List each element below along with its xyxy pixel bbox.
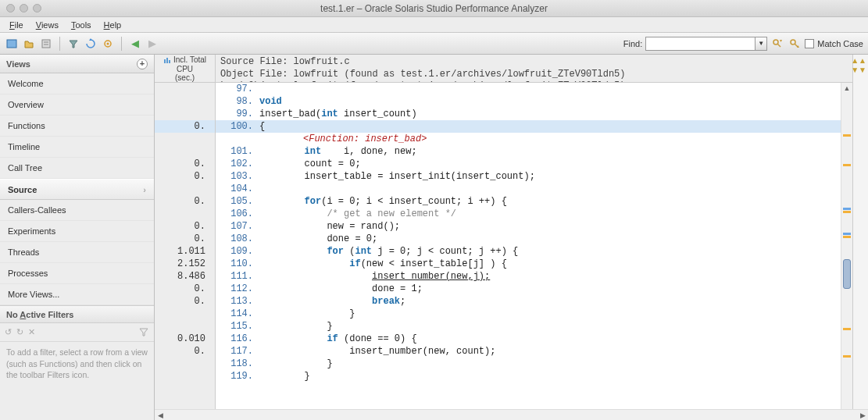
source-line[interactable]: 102. count = 0; xyxy=(216,158,852,170)
line-number: 105. xyxy=(216,195,256,208)
source-code xyxy=(256,183,852,195)
minimize-window-button[interactable] xyxy=(20,4,28,12)
sidebar-item-experiments[interactable]: Experiments xyxy=(0,221,154,242)
filter-icon[interactable] xyxy=(66,37,80,51)
sidebar-item-label: Processes xyxy=(8,269,48,278)
line-number: 117. xyxy=(216,345,256,358)
source-line[interactable]: 108. done = 0; xyxy=(216,233,852,245)
source-line[interactable]: 101. int i, done, new; xyxy=(216,145,852,158)
source-code: if(new < insert_table[j] ) { xyxy=(256,258,852,270)
menu-tools[interactable]: Tools xyxy=(65,19,98,31)
source-line[interactable]: 100.{ xyxy=(216,120,852,133)
funnel-icon[interactable] xyxy=(138,326,149,339)
refresh-icon[interactable] xyxy=(84,37,98,51)
source-line[interactable]: 97. xyxy=(216,83,852,95)
menu-file[interactable]: File xyxy=(3,19,30,31)
line-number: 100. xyxy=(216,120,256,133)
match-case-checkbox[interactable] xyxy=(805,39,814,48)
svg-line-9 xyxy=(795,44,798,47)
sidebar-item-welcome[interactable]: Welcome xyxy=(0,73,154,94)
source-line[interactable]: 98.void xyxy=(216,95,852,108)
metric-cell xyxy=(155,145,215,158)
horizontal-scrollbar[interactable]: ◀ ▶ xyxy=(155,409,868,420)
sidebar-item-label: Threads xyxy=(8,247,39,257)
toolbar-icon-1[interactable] xyxy=(5,37,19,51)
source-line[interactable]: 119. } xyxy=(216,370,852,383)
source-code: int i, done, new; xyxy=(256,145,852,158)
line-number: 115. xyxy=(216,320,256,333)
svg-rect-12 xyxy=(169,60,170,63)
metric-cell xyxy=(155,183,215,195)
metric-cell xyxy=(155,108,215,120)
source-line[interactable]: 113. break; xyxy=(216,295,852,308)
find-dropdown-button[interactable]: ▼ xyxy=(755,37,767,51)
source-line[interactable]: 107. new = rand(); xyxy=(216,220,852,233)
source-line[interactable]: 118. } xyxy=(216,358,852,370)
line-number: 98. xyxy=(216,95,256,108)
sidebar-item-label: Timeline xyxy=(8,142,40,151)
metric-cell: 2.152 xyxy=(155,258,215,270)
sidebar-item-callers-callees[interactable]: Callers-Callees xyxy=(0,200,154,221)
vertical-scrollbar[interactable]: ▲ ▼ xyxy=(841,83,852,420)
sidebar-item-source[interactable]: Source› xyxy=(0,179,154,200)
metric-cell: 0. xyxy=(155,120,215,133)
sidebar-item-label: More Views... xyxy=(8,290,59,299)
redo-icon[interactable]: ↻ xyxy=(16,327,23,337)
delete-filter-icon[interactable]: ✕ xyxy=(28,327,35,337)
source-line[interactable]: 103. insert_table = insert_init(insert_c… xyxy=(216,170,852,183)
nav-down-icon[interactable]: ▼▼ xyxy=(851,66,866,74)
source-line[interactable]: 99.insert_bad(int insert_count) xyxy=(216,108,852,120)
sidebar-item-label: Call Tree xyxy=(8,163,42,173)
svg-rect-0 xyxy=(7,40,16,48)
sidebar-item-functions[interactable]: Functions xyxy=(0,116,154,137)
source-line[interactable]: 112. done = 1; xyxy=(216,283,852,295)
line-number: 101. xyxy=(216,145,256,158)
sidebar-item-processes[interactable]: Processes xyxy=(0,263,154,284)
filters-help-text: To add a filter, select a row from a vie… xyxy=(0,342,154,386)
source-line[interactable]: 109. for (int j = 0; j < count; j ++) { xyxy=(216,245,852,258)
find-label: Find: xyxy=(623,39,642,48)
add-view-button[interactable]: + xyxy=(137,59,148,69)
menu-views[interactable]: Views xyxy=(30,19,65,31)
sidebar-item-overview[interactable]: Overview xyxy=(0,94,154,116)
sidebar-item-more-views-[interactable]: More Views... xyxy=(0,284,154,305)
gear-icon[interactable] xyxy=(101,37,115,51)
line-number: 102. xyxy=(216,158,256,170)
metric-cell xyxy=(155,308,215,320)
source-line[interactable]: 114. } xyxy=(216,308,852,320)
toolbar-icon-2[interactable] xyxy=(22,37,36,51)
source-line[interactable]: <Function: insert_bad> xyxy=(216,133,852,145)
toolbar-icon-3[interactable] xyxy=(39,37,53,51)
sidebar-item-label: Functions xyxy=(8,121,45,130)
source-line[interactable]: 111. insert_number(new,j); xyxy=(216,270,852,283)
find-up-icon[interactable] xyxy=(770,37,784,51)
find-down-icon[interactable] xyxy=(788,37,802,51)
source-line[interactable]: 104. xyxy=(216,183,852,195)
metric-cell xyxy=(155,95,215,108)
menu-help[interactable]: Help xyxy=(98,19,128,31)
sidebar-item-timeline[interactable]: Timeline xyxy=(0,137,154,158)
source-line[interactable]: 117. insert_number(new, count); xyxy=(216,345,852,358)
sidebar-item-label: Source xyxy=(8,185,37,194)
metric-cell: 0. xyxy=(155,195,215,208)
source-line[interactable]: 105. for(i = 0; i < insert_count; i ++) … xyxy=(216,195,852,208)
sidebar-item-threads[interactable]: Threads xyxy=(0,242,154,263)
sidebar-item-call-tree[interactable]: Call Tree xyxy=(0,158,154,179)
back-icon[interactable]: ◀ xyxy=(128,37,142,51)
line-number: 112. xyxy=(216,283,256,295)
nav-up-icon[interactable]: ▲▲ xyxy=(851,56,866,65)
source-line[interactable]: 115. } xyxy=(216,320,852,333)
line-number: 107. xyxy=(216,220,256,233)
source-line[interactable]: 106. /* get a new element */ xyxy=(216,208,852,220)
metric-column-header[interactable]: Incl. Total CPU (sec.) xyxy=(155,55,215,83)
zoom-window-button[interactable] xyxy=(33,4,41,12)
source-line[interactable]: 116. if (done == 0) { xyxy=(216,333,852,345)
find-input[interactable] xyxy=(645,37,755,51)
source-line[interactable]: 110. if(new < insert_table[j] ) { xyxy=(216,258,852,270)
metric-cell: 1.011 xyxy=(155,245,215,258)
close-window-button[interactable] xyxy=(6,4,15,12)
undo-icon[interactable]: ↺ xyxy=(5,327,12,337)
metric-icon xyxy=(163,56,171,64)
forward-icon[interactable]: ▶ xyxy=(145,37,159,51)
source-code: insert_number(new,j); xyxy=(256,270,852,283)
